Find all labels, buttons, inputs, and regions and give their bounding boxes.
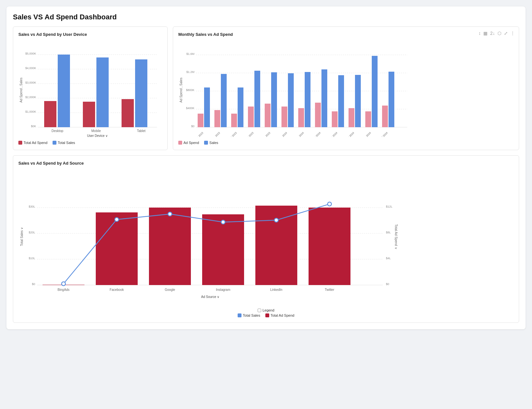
legend-adspend-label: Total Ad Spend (24, 141, 47, 145)
legend-total-adspend3: Total Ad Spend (265, 313, 294, 317)
svg-rect-34 (248, 107, 254, 127)
svg-text:$800K: $800K (186, 88, 194, 92)
legend-adspend2-box (178, 141, 182, 145)
legend-total-sales3: Total Sales (238, 313, 260, 317)
legend-sales-box (53, 141, 56, 145)
svg-rect-36 (265, 104, 271, 127)
svg-rect-43 (321, 69, 327, 127)
top-row: Sales vs Ad Spend by User Device Ad Spen… (13, 26, 519, 150)
dot-facebook (115, 218, 119, 221)
svg-text:Apr 2024: Apr 2024 (329, 131, 338, 137)
svg-text:LinkedIn: LinkedIn (270, 288, 282, 291)
svg-rect-41 (305, 72, 310, 127)
chart3-area: Total Sales ∨ Total Ad Spend ∨ $0 $10L $… (18, 169, 514, 306)
svg-rect-50 (382, 106, 388, 127)
legend-adspend3-box (265, 313, 269, 317)
svg-text:Jul 2024: Jul 2024 (379, 131, 389, 137)
bar-linkedin (255, 206, 297, 285)
svg-text:Mar 2024: Mar 2024 (311, 131, 321, 137)
svg-text:$1.6M: $1.6M (186, 52, 194, 56)
svg-text:$0: $0 (191, 125, 194, 128)
chart2-area: Ad Spend , Sales $0 $400K $800K $1.2M $1… (178, 40, 514, 138)
legend-sales3-label: Total Sales (243, 313, 260, 317)
svg-text:User Device ∨: User Device ∨ (87, 134, 108, 137)
svg-text:BingAds: BingAds (57, 288, 69, 291)
legend-total-sales: Total Sales (53, 141, 75, 145)
svg-rect-38 (281, 107, 287, 127)
bar-facebook (96, 212, 138, 285)
svg-text:$0K: $0K (31, 125, 36, 128)
svg-rect-31 (221, 74, 227, 127)
dot-twitter (328, 202, 331, 206)
svg-text:$0: $0 (32, 282, 35, 286)
bar-mobile-sales (96, 57, 109, 127)
svg-text:$0: $0 (386, 282, 389, 286)
legend-adspend2-label: Ad Spend (183, 141, 199, 145)
svg-text:Oct 2023: Oct 2023 (228, 131, 238, 137)
legend-title-row: Legend (258, 308, 274, 312)
chart1-area: Ad Spend , Sales $0K $1,000K $2,000K $3,… (18, 40, 162, 138)
bar-icon[interactable]: ▦ (483, 31, 488, 36)
bar-twitter (309, 208, 350, 285)
dot-bingads (62, 282, 65, 286)
svg-text:Desktop: Desktop (52, 129, 64, 133)
chart1-svg: Ad Spend , Sales $0K $1,000K $2,000K $3,… (18, 40, 160, 137)
legend-sales2: Sales (204, 141, 218, 145)
bar-google (149, 208, 191, 285)
svg-text:Total Sales ∨: Total Sales ∨ (20, 227, 24, 246)
svg-text:Ad Spend , Sales: Ad Spend , Sales (19, 77, 23, 102)
svg-text:$10L: $10L (29, 257, 35, 260)
legend-ad-spend: Total Ad Spend (18, 141, 47, 145)
chart3-title: Sales vs Ad Spend by Ad Source (18, 161, 514, 166)
svg-text:Ad Spend , Sales: Ad Spend , Sales (179, 77, 183, 102)
bar-desktop-sales (58, 55, 70, 127)
legend-sales2-box (204, 141, 208, 145)
svg-text:Aug 2023: Aug 2023 (194, 131, 204, 137)
svg-text:$20L: $20L (29, 231, 35, 234)
svg-text:Jun 2024: Jun 2024 (362, 131, 372, 137)
legend-sales3-box (238, 313, 241, 317)
chart2-title: Monthly Sales vs Ad Spend (178, 32, 514, 37)
svg-text:Twitter: Twitter (325, 288, 334, 291)
dashboard-title: Sales VS Ad Spend Dashboard (13, 13, 519, 21)
legend-adspend-box (18, 141, 22, 145)
svg-rect-42 (315, 103, 321, 127)
svg-text:$4,000K: $4,000K (25, 66, 36, 70)
svg-text:Feb 2024: Feb 2024 (295, 131, 305, 137)
svg-text:$2,000K: $2,000K (25, 96, 36, 99)
svg-rect-37 (271, 72, 277, 127)
svg-rect-32 (231, 114, 237, 127)
legend-adspend3-label: Total Ad Spend (271, 313, 294, 317)
chart2-toolbar: ↕ ▦ 2↓ ⬡ ⤢ ⋮ (478, 31, 515, 36)
svg-text:Nov 2023: Nov 2023 (244, 131, 254, 137)
more-icon[interactable]: ⋮ (510, 31, 515, 36)
svg-rect-35 (254, 71, 260, 127)
dot-google (168, 212, 172, 216)
svg-rect-33 (238, 87, 243, 127)
svg-rect-51 (389, 72, 394, 127)
svg-text:Facebook: Facebook (110, 288, 124, 291)
svg-text:$5,000K: $5,000K (25, 52, 36, 55)
svg-rect-47 (355, 75, 361, 127)
svg-text:$3,000K: $3,000K (25, 81, 36, 84)
svg-text:Mobile: Mobile (91, 129, 101, 133)
legend-adspend2: Ad Spend (178, 141, 199, 145)
svg-text:$400K: $400K (186, 107, 194, 110)
number-icon[interactable]: 2↓ (490, 31, 495, 36)
svg-text:Google: Google (165, 288, 175, 291)
legend-sales2-label: Sales (209, 141, 218, 145)
chart-monthly: Monthly Sales vs Ad Spend ↕ ▦ 2↓ ⬡ ⤢ ⋮ A… (173, 26, 519, 150)
export-icon[interactable]: ⬡ (498, 31, 501, 36)
svg-text:Sep 2023: Sep 2023 (211, 131, 221, 137)
chart3-svg: Total Sales ∨ Total Ad Spend ∨ $0 $10L $… (18, 169, 399, 304)
svg-rect-29 (204, 87, 210, 127)
expand-icon[interactable]: ⤢ (504, 31, 508, 36)
svg-rect-39 (288, 73, 294, 127)
bar-tablet-sales (135, 59, 147, 127)
chart1-title: Sales vs Ad Spend by User Device (18, 32, 162, 37)
bar-desktop-adspend (44, 101, 56, 127)
svg-text:$8L: $8L (386, 231, 391, 234)
dot-linkedin (274, 218, 278, 222)
svg-text:May 2024: May 2024 (345, 131, 355, 137)
sort-icon[interactable]: ↕ (478, 31, 481, 36)
